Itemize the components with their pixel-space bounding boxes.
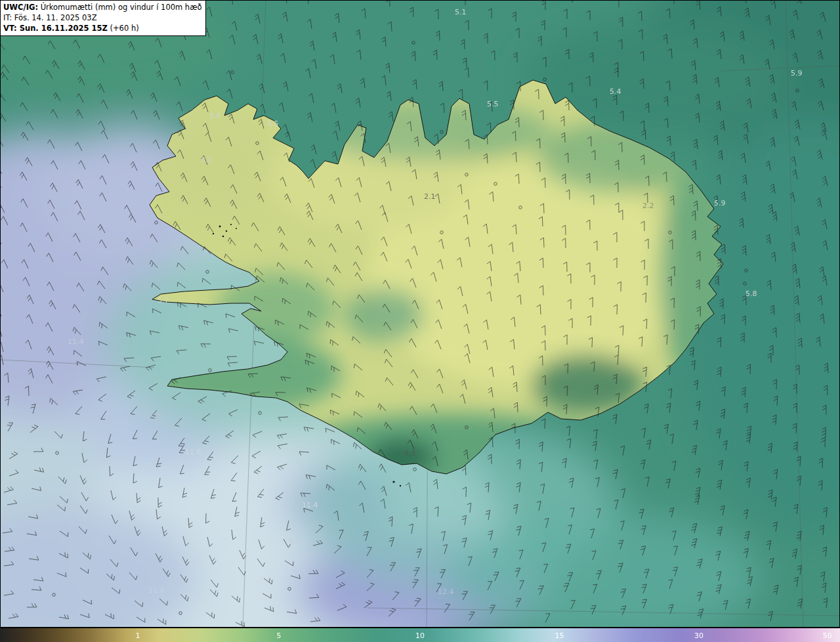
- value-label: 5.6: [209, 112, 221, 120]
- value-label: 11.4: [68, 337, 84, 346]
- value-label: 5.5: [487, 100, 499, 108]
- init-time: IT: Fös. 14. 11. 2025 03Z: [3, 12, 202, 23]
- map-title-line: UWC/IG: Úrkomumætti (mm) og vindur í 100…: [3, 2, 202, 12]
- value-label: 5.8: [746, 289, 757, 298]
- colorbar-tick: 30: [694, 631, 704, 639]
- value-label: 2.2: [642, 202, 654, 210]
- colorbar-tick: 50: [823, 631, 832, 639]
- value-label: 9.8: [148, 411, 160, 419]
- value-label: 4.3: [404, 449, 416, 458]
- value-label: 5.1: [455, 8, 467, 16]
- valid-time-line: VT: Sun. 16.11.2025 15Z (+60 h): [3, 23, 202, 33]
- colorbar-tick: 1: [135, 631, 140, 639]
- value-label: 9.5: [289, 538, 301, 546]
- value-label: 11.4: [302, 501, 318, 509]
- value-label: 5.4: [610, 87, 621, 96]
- weather-map-app: 5.15.95.45.55.65.53.12.12.25.95.85.711.4…: [0, 0, 840, 642]
- value-label: 5.7: [158, 296, 169, 305]
- value-label: 5.9: [791, 69, 803, 77]
- value-label: 3.1: [201, 156, 213, 164]
- value-label: 11.6: [185, 448, 201, 456]
- precipitation-wind-map: 5.15.95.45.55.65.53.12.12.25.95.85.711.4…: [0, 0, 840, 628]
- colorbar-tick: 10: [415, 631, 425, 639]
- map-title-box: UWC/IG: Úrkomumætti (mm) og vindur í 100…: [0, 0, 206, 36]
- model-name: UWC/IG:: [3, 3, 38, 12]
- value-label: 11.8: [148, 586, 165, 595]
- map-title: Úrkomumætti (mm) og vindur í 100m hæð: [38, 3, 202, 12]
- value-label: 12.4: [438, 588, 454, 596]
- value-label: 5.9: [714, 199, 726, 207]
- value-label: 2.1: [424, 192, 436, 201]
- value-label: 5.5: [267, 119, 279, 128]
- valid-offset: (+60 h): [108, 24, 139, 33]
- colorbar-tick: 15: [555, 631, 564, 639]
- precipitation-colorbar: 1510153050: [0, 628, 840, 642]
- colorbar-tick: 5: [276, 631, 281, 639]
- valid-time: VT: Sun. 16.11.2025 15Z: [3, 24, 108, 33]
